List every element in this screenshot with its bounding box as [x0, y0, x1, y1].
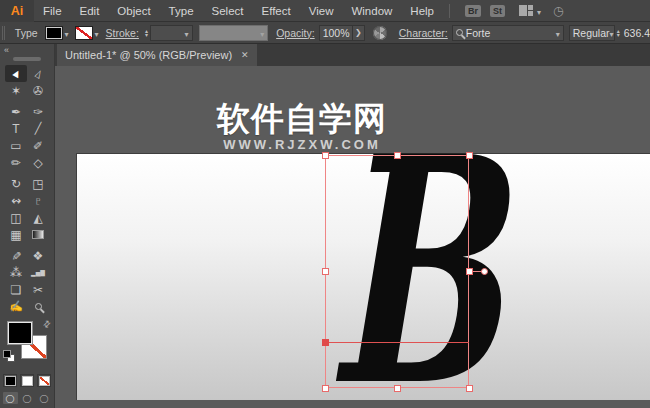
- color-mode-buttons: [0, 374, 54, 387]
- font-size-stepper[interactable]: ▴▾: [617, 29, 620, 37]
- text-baseline: [325, 342, 469, 343]
- slice-tool[interactable]: ✂: [27, 281, 49, 298]
- stroke-label[interactable]: Stroke:: [106, 27, 139, 39]
- stock-button[interactable]: St: [490, 5, 505, 17]
- draw-inside-button[interactable]: ◯: [37, 392, 52, 404]
- curvature-tool[interactable]: ✑: [27, 103, 49, 120]
- selection-handle-middle-right[interactable]: [466, 268, 473, 275]
- mesh-tool[interactable]: ▦: [5, 226, 27, 243]
- font-family-select[interactable]: Forte: [452, 25, 564, 41]
- tools-panel: « ►▻✶✇✒✑T╱▭✐✏◇↻◳↭♇◫◭▦✎❖⁂▂▅▇❏✂✍ ⇄ ◯ ◯ ◯: [0, 44, 55, 408]
- menubar-divider: [449, 4, 450, 18]
- selection-handle-top-center[interactable]: [394, 152, 401, 159]
- paintbrush-tool[interactable]: ✐: [27, 137, 49, 154]
- fill-indicator-swatch[interactable]: [7, 321, 33, 345]
- bridge-button[interactable]: Br: [465, 5, 481, 17]
- app-logo[interactable]: Ai: [0, 0, 34, 22]
- panel-grip-icon[interactable]: [2, 26, 7, 40]
- swap-fill-stroke-icon[interactable]: ⇄: [41, 318, 53, 330]
- artboard-tool[interactable]: ❏: [5, 281, 27, 298]
- magic-wand-tool[interactable]: ✶: [5, 82, 27, 99]
- stroke-weight-select[interactable]: [150, 25, 193, 41]
- color-button[interactable]: [3, 374, 17, 387]
- document-tab-bar: Untitled-1* @ 50% (RGB/Preview) ✕: [55, 44, 650, 66]
- chevron-down-icon: [556, 27, 560, 39]
- rotate-tool[interactable]: ↻: [5, 175, 27, 192]
- line-segment-tool[interactable]: ╱: [27, 120, 49, 137]
- document-tab[interactable]: Untitled-1* @ 50% (RGB/Preview) ✕: [57, 44, 257, 66]
- selection-handle-outer-circle[interactable]: [481, 268, 488, 275]
- selection-handle-bottom-left[interactable]: [322, 385, 329, 392]
- baseline-anchor-point[interactable]: [322, 339, 329, 346]
- menu-window[interactable]: Window: [342, 0, 401, 22]
- menu-view[interactable]: View: [300, 0, 343, 22]
- canvas[interactable]: 软件自学网 WWW.RJZXW.COM B: [55, 66, 650, 408]
- menu-help[interactable]: Help: [401, 0, 443, 22]
- chevron-down-icon[interactable]: [65, 27, 69, 39]
- stroke-weight-stepper[interactable]: ▴▾: [145, 29, 148, 37]
- font-style-value: Regular: [573, 27, 610, 39]
- selection-bounding-box[interactable]: [325, 155, 469, 388]
- close-icon[interactable]: ✕: [241, 50, 249, 60]
- menu-select[interactable]: Select: [203, 0, 253, 22]
- eyedropper-tool[interactable]: ✎: [5, 247, 27, 264]
- draw-normal-button[interactable]: ◯: [3, 392, 18, 404]
- opacity-input[interactable]: 100%: [319, 25, 353, 41]
- zoom-tool[interactable]: [27, 298, 49, 315]
- default-fill-stroke-icon[interactable]: [3, 350, 15, 362]
- menu-effect[interactable]: Effect: [253, 0, 300, 22]
- sync-settings-icon[interactable]: ◷: [553, 4, 563, 18]
- fill-color-control[interactable]: [45, 26, 69, 40]
- shape-builder-tool[interactable]: ◫: [5, 209, 27, 226]
- stroke-color-control[interactable]: [75, 26, 99, 40]
- column-graph-tool[interactable]: ▂▅▇: [27, 264, 49, 281]
- pencil-tool[interactable]: ✏: [5, 154, 27, 171]
- opacity-label[interactable]: Opacity:: [276, 27, 315, 39]
- scale-tool[interactable]: ◳: [27, 175, 49, 192]
- workspace-switcher[interactable]: [519, 5, 541, 17]
- hand-tool[interactable]: ✍: [5, 298, 27, 315]
- context-label: Type: [15, 27, 38, 39]
- recolor-artwork-icon[interactable]: [373, 26, 386, 40]
- rectangle-tool[interactable]: ▭: [5, 137, 27, 154]
- direct-selection-tool[interactable]: ▻: [27, 65, 49, 82]
- selection-handle-top-right[interactable]: [466, 152, 473, 159]
- stroke-none-swatch[interactable]: [75, 26, 93, 40]
- lasso-tool[interactable]: ✇: [27, 82, 49, 99]
- character-label[interactable]: Character:: [399, 27, 448, 39]
- gradient-tool[interactable]: [27, 226, 49, 243]
- font-search-icon: [456, 29, 463, 36]
- opacity-value: 100%: [323, 27, 350, 39]
- puppet-warp-tool[interactable]: ♇: [27, 192, 49, 209]
- fill-stroke-indicator: ⇄: [0, 318, 54, 370]
- chevron-down-icon: [537, 5, 541, 17]
- width-tool[interactable]: ↭: [5, 192, 27, 209]
- eraser-tool[interactable]: ◇: [27, 154, 49, 171]
- selection-handle-top-left[interactable]: [322, 152, 329, 159]
- gradient-button[interactable]: [20, 374, 34, 387]
- tools-panel-grip[interactable]: [13, 57, 41, 61]
- pen-tool[interactable]: ✒: [5, 103, 27, 120]
- draw-behind-button[interactable]: ◯: [20, 392, 35, 404]
- type-tool[interactable]: T: [5, 120, 27, 137]
- font-style-select[interactable]: Regular: [569, 25, 615, 41]
- menu-file[interactable]: File: [34, 0, 71, 22]
- chevron-down-icon[interactable]: [95, 27, 99, 39]
- selection-handle-bottom-right[interactable]: [466, 385, 473, 392]
- fill-swatch[interactable]: [45, 26, 63, 40]
- chevron-down-icon: [185, 27, 189, 39]
- perspective-grid-tool[interactable]: ◭: [27, 209, 49, 226]
- selection-tool[interactable]: ►: [5, 65, 27, 82]
- collapse-panel-button[interactable]: «: [0, 44, 54, 55]
- menu-object[interactable]: Object: [108, 0, 159, 22]
- drawing-mode-buttons: ◯ ◯ ◯: [0, 392, 54, 404]
- menu-type[interactable]: Type: [160, 0, 203, 22]
- blend-tool[interactable]: ❖: [27, 247, 49, 264]
- selection-handle-middle-left[interactable]: [322, 268, 329, 275]
- menu-edit[interactable]: Edit: [71, 0, 109, 22]
- none-button[interactable]: [37, 374, 51, 387]
- symbol-sprayer-tool[interactable]: ⁂: [5, 264, 27, 281]
- width-profile-select: [199, 25, 269, 41]
- opacity-more-button[interactable]: ❯: [353, 25, 366, 41]
- selection-handle-bottom-center[interactable]: [394, 385, 401, 392]
